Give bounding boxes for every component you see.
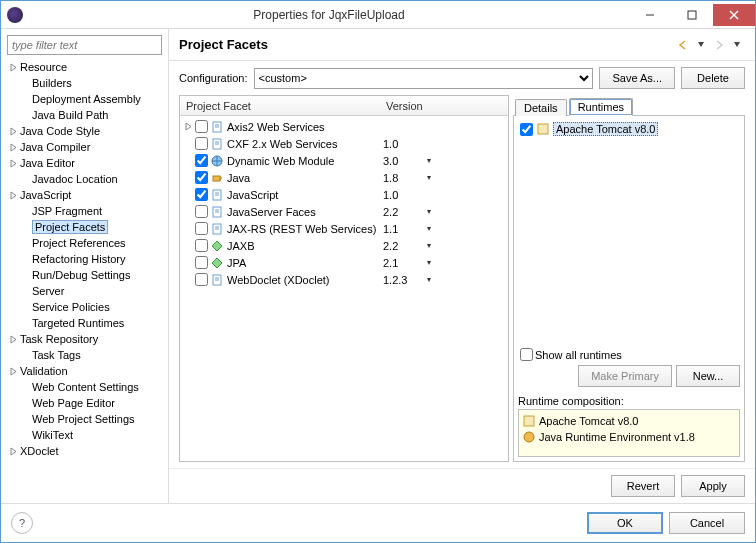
version-dropdown[interactable]: ▾ [427, 207, 437, 216]
eclipse-icon [7, 7, 23, 23]
doc-icon [210, 273, 224, 287]
sidebar-item[interactable]: Javadoc Location [7, 171, 162, 187]
minimize-button[interactable] [629, 4, 671, 26]
facet-checkbox[interactable] [195, 222, 208, 235]
config-label: Configuration: [179, 72, 248, 84]
facet-version: 2.1 [383, 257, 427, 269]
sidebar-item[interactable]: Refactoring History [7, 251, 162, 267]
sidebar-item[interactable]: Server [7, 283, 162, 299]
svg-rect-24 [538, 124, 548, 134]
new-runtime-button[interactable]: New... [676, 365, 740, 387]
java-icon [522, 430, 536, 444]
facet-row[interactable]: CXF 2.x Web Services1.0 [180, 135, 508, 152]
maximize-button[interactable] [671, 4, 713, 26]
ok-button[interactable]: OK [587, 512, 663, 534]
facet-name: Java [227, 172, 383, 184]
facet-row[interactable]: Axis2 Web Services [180, 118, 508, 135]
facet-name: CXF 2.x Web Services [227, 138, 383, 150]
version-dropdown[interactable]: ▾ [427, 241, 437, 250]
version-dropdown[interactable]: ▾ [427, 275, 437, 284]
facet-checkbox[interactable] [195, 154, 208, 167]
version-dropdown[interactable]: ▾ [427, 258, 437, 267]
facet-row[interactable]: JAX-RS (REST Web Services)1.1▾ [180, 220, 508, 237]
sidebar-item[interactable]: JavaScript [7, 187, 162, 203]
svg-rect-1 [688, 11, 696, 19]
sidebar-item[interactable]: Service Policies [7, 299, 162, 315]
sidebar-item[interactable]: Project Facets [7, 219, 162, 235]
sidebar-item[interactable]: Java Editor [7, 155, 162, 171]
save-as-button[interactable]: Save As... [599, 67, 675, 89]
sidebar-item[interactable]: JSP Fragment [7, 203, 162, 219]
facet-checkbox[interactable] [195, 256, 208, 269]
runtime-checkbox[interactable] [520, 123, 533, 136]
facet-row[interactable]: JAXB2.2▾ [180, 237, 508, 254]
facet-row[interactable]: Java1.8▾ [180, 169, 508, 186]
facet-checkbox[interactable] [195, 273, 208, 286]
doc-icon [210, 120, 224, 134]
facet-version: 1.1 [383, 223, 427, 235]
back-menu[interactable] [693, 37, 709, 53]
sidebar-item[interactable]: Web Content Settings [7, 379, 162, 395]
sidebar-item[interactable]: Web Project Settings [7, 411, 162, 427]
config-select[interactable]: <custom> [254, 68, 594, 89]
properties-dialog: Properties for JqxFileUpload ResourceBui… [0, 0, 756, 543]
sidebar-item[interactable]: Targeted Runtimes [7, 315, 162, 331]
sidebar-item[interactable]: Task Tags [7, 347, 162, 363]
sidebar-item[interactable]: Web Page Editor [7, 395, 162, 411]
facet-name: JavaScript [227, 189, 383, 201]
facet-row[interactable]: JavaServer Faces2.2▾ [180, 203, 508, 220]
revert-button[interactable]: Revert [611, 475, 675, 497]
tab-details[interactable]: Details [515, 99, 567, 116]
facet-row[interactable]: Dynamic Web Module3.0▾ [180, 152, 508, 169]
facet-checkbox[interactable] [195, 137, 208, 150]
back-button[interactable] [675, 37, 691, 53]
facets-table: Project Facet Version Axis2 Web Services… [179, 95, 509, 462]
sidebar-item[interactable]: Java Build Path [7, 107, 162, 123]
version-dropdown[interactable]: ▾ [427, 224, 437, 233]
help-button[interactable]: ? [11, 512, 33, 534]
sidebar-item[interactable]: Resource [7, 59, 162, 75]
sidebar-item[interactable]: XDoclet [7, 443, 162, 459]
version-dropdown[interactable]: ▾ [427, 156, 437, 165]
sidebar-item[interactable]: WikiText [7, 427, 162, 443]
facet-row[interactable]: JavaScript1.0 [180, 186, 508, 203]
close-button[interactable] [713, 4, 755, 26]
facet-checkbox[interactable] [195, 120, 208, 133]
facet-name: JAXB [227, 240, 383, 252]
runtime-item[interactable]: Apache Tomcat v8.0 [518, 120, 740, 138]
sidebar-item[interactable]: Project References [7, 235, 162, 251]
version-dropdown[interactable]: ▾ [427, 173, 437, 182]
make-primary-button[interactable]: Make Primary [578, 365, 672, 387]
facet-checkbox[interactable] [195, 171, 208, 184]
sidebar-item[interactable]: Java Code Style [7, 123, 162, 139]
sidebar-item[interactable]: Deployment Assembly [7, 91, 162, 107]
delete-button[interactable]: Delete [681, 67, 745, 89]
col-facet[interactable]: Project Facet [180, 100, 380, 112]
cancel-button[interactable]: Cancel [669, 512, 745, 534]
sidebar-item[interactable]: Task Repository [7, 331, 162, 347]
fwd-button[interactable] [711, 37, 727, 53]
col-version[interactable]: Version [380, 100, 440, 112]
sidebar-item[interactable]: Run/Debug Settings [7, 267, 162, 283]
facet-name: JPA [227, 257, 383, 269]
show-all-runtimes[interactable]: Show all runtimes [518, 348, 740, 361]
sidebar-item[interactable]: Java Compiler [7, 139, 162, 155]
apply-button[interactable]: Apply [681, 475, 745, 497]
facet-version: 3.0 [383, 155, 427, 167]
tab-runtimes[interactable]: Runtimes [569, 98, 633, 116]
sidebar-item[interactable]: Validation [7, 363, 162, 379]
facet-version: 1.8 [383, 172, 427, 184]
facet-row[interactable]: JPA2.1▾ [180, 254, 508, 271]
facet-checkbox[interactable] [195, 239, 208, 252]
sidebar-item[interactable]: Builders [7, 75, 162, 91]
rcomp-item: Java Runtime Environment v1.8 [539, 431, 695, 443]
show-all-checkbox[interactable] [520, 348, 533, 361]
filter-input[interactable] [7, 35, 162, 55]
runtime-composition-label: Runtime composition: [518, 395, 740, 407]
facet-checkbox[interactable] [195, 205, 208, 218]
fwd-menu[interactable] [729, 37, 745, 53]
facet-row[interactable]: WebDoclet (XDoclet)1.2.3▾ [180, 271, 508, 288]
svg-rect-25 [524, 416, 534, 426]
facet-checkbox[interactable] [195, 188, 208, 201]
facet-version: 2.2 [383, 206, 427, 218]
